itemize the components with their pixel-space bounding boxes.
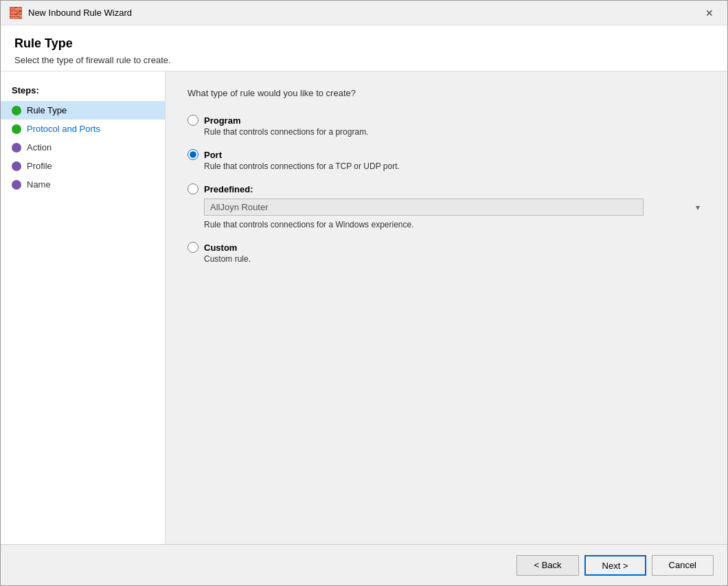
sidebar-item-name[interactable]: Name — [1, 175, 165, 194]
page-title: Rule Type — [14, 36, 714, 51]
label-predefined[interactable]: Predefined: — [204, 184, 253, 194]
sidebar-item-protocol-ports[interactable]: Protocol and Ports — [1, 120, 165, 138]
sidebar-label-profile: Profile — [27, 161, 52, 171]
close-button[interactable]: ✕ — [700, 5, 719, 21]
steps-label: Steps: — [1, 82, 165, 101]
option-port: Port Rule that controls connections for … — [187, 149, 705, 171]
desc-predefined: Rule that controls connections for a Win… — [187, 220, 705, 229]
option-predefined: Predefined: AllJoyn Router BranchCache -… — [187, 183, 705, 229]
sidebar-item-profile[interactable]: Profile — [1, 157, 165, 175]
sidebar-label-name: Name — [27, 179, 51, 190]
title-bar: 🧱 New Inbound Rule Wizard ✕ — [1, 1, 727, 25]
label-port[interactable]: Port — [204, 150, 222, 160]
page-subtitle: Select the type of firewall rule to crea… — [14, 55, 714, 65]
main-panel: What type of rule would you like to crea… — [166, 71, 727, 544]
option-program: Program Rule that controls connections f… — [187, 115, 705, 137]
radio-custom[interactable] — [187, 242, 198, 253]
footer: < Back Next > Cancel — [1, 544, 727, 585]
label-program[interactable]: Program — [204, 115, 240, 126]
predefined-select[interactable]: AllJoyn Router BranchCache - Content Ret… — [204, 199, 644, 216]
content-area: Steps: Rule Type Protocol and Ports Acti… — [1, 71, 727, 544]
radio-program[interactable] — [187, 115, 198, 126]
cancel-button[interactable]: Cancel — [652, 555, 714, 576]
back-button[interactable]: < Back — [516, 555, 578, 576]
sidebar-label-protocol-ports: Protocol and Ports — [27, 124, 100, 134]
sidebar-item-rule-type[interactable]: Rule Type — [1, 101, 165, 120]
next-button[interactable]: Next > — [584, 555, 646, 576]
label-custom[interactable]: Custom — [204, 243, 237, 253]
header-section: Rule Type Select the type of firewall ru… — [1, 25, 727, 71]
dialog-title: New Inbound Rule Wizard — [28, 8, 132, 18]
dot-action — [12, 143, 21, 153]
dot-protocol-ports — [12, 124, 21, 134]
dot-profile — [12, 161, 21, 171]
dot-rule-type — [12, 106, 21, 115]
sidebar-label-action: Action — [27, 142, 52, 153]
option-custom: Custom Custom rule. — [187, 242, 705, 264]
options-section: Program Rule that controls connections f… — [187, 115, 705, 264]
sidebar-label-rule-type: Rule Type — [27, 105, 67, 115]
app-icon: 🧱 — [9, 6, 23, 20]
desc-program: Rule that controls connections for a pro… — [187, 127, 705, 137]
radio-port[interactable] — [187, 149, 198, 160]
dot-name — [12, 180, 21, 190]
desc-port: Rule that controls connections for a TCP… — [187, 161, 705, 171]
desc-custom: Custom rule. — [187, 254, 705, 264]
radio-predefined[interactable] — [187, 183, 198, 194]
predefined-select-wrapper: AllJoyn Router BranchCache - Content Ret… — [204, 199, 705, 216]
sidebar-item-action[interactable]: Action — [1, 138, 165, 157]
question-text: What type of rule would you like to crea… — [187, 88, 705, 98]
sidebar: Steps: Rule Type Protocol and Ports Acti… — [1, 71, 166, 544]
dialog: 🧱 New Inbound Rule Wizard ✕ Rule Type Se… — [0, 0, 728, 586]
